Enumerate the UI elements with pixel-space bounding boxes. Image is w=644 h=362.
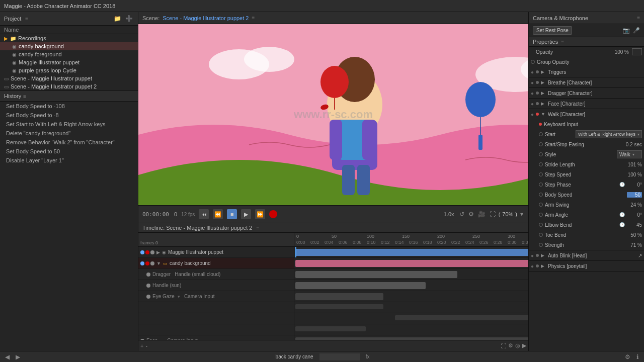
dragger-eye-icon[interactable]: ●: [531, 90, 534, 96]
track-candy-bg[interactable]: [294, 258, 528, 269]
bottom-next-btn[interactable]: ▶: [15, 352, 21, 361]
start-stop-easing-radio[interactable]: [539, 142, 543, 146]
history-item-6[interactable]: Set Body Speed to 50: [0, 147, 138, 156]
dragger-row[interactable]: ● ▶ Dragger [Character]: [529, 88, 644, 98]
history-item-7[interactable]: Disable Layer "Layer 1": [0, 156, 138, 165]
triggers-expand[interactable]: ▶: [541, 69, 546, 74]
expand-arrow[interactable]: ▼: [156, 261, 161, 266]
strength-radio[interactable]: [539, 243, 543, 247]
track-label-eye-gaze[interactable]: Eye Gaze ▾ Camera Input: [138, 291, 294, 302]
properties-menu-icon[interactable]: ≡: [561, 39, 564, 45]
timeline-tracks[interactable]: 0 50 100 150 200 250 300 350 400 0:00: [294, 233, 528, 340]
track-label-candy-bg[interactable]: ▼ ▭ candy background: [138, 258, 294, 269]
bottom-info-btn[interactable]: ℹ: [635, 352, 640, 361]
start-radio[interactable]: [539, 132, 543, 136]
history-item-4[interactable]: Delete "candy foreground": [0, 129, 138, 138]
physics-eye-icon[interactable]: ●: [531, 263, 534, 269]
stride-length-radio[interactable]: [539, 162, 543, 166]
history-item-2[interactable]: Set Body Speed to -8: [0, 111, 138, 120]
arm-angle-radio[interactable]: [539, 213, 543, 217]
physics-row[interactable]: ● ▶ Physics [ponytail]: [529, 261, 644, 271]
track-label-maggie[interactable]: ▶ ◉ Maggie Illustrator puppet: [138, 247, 294, 258]
physics-expand[interactable]: ▶: [541, 263, 546, 268]
arm-angle-clock-icon[interactable]: 🕐: [619, 212, 625, 217]
add-folder-btn[interactable]: 📁: [113, 14, 122, 23]
tl-remove-btn[interactable]: -: [145, 343, 147, 349]
style-radio[interactable]: [539, 152, 543, 156]
play-btn[interactable]: ▶: [241, 209, 251, 219]
bottom-prev-btn[interactable]: ◀: [4, 352, 11, 361]
track-label-face[interactable]: Face ▾ Camera Input: [138, 335, 294, 340]
visibility-dot[interactable]: [146, 295, 150, 299]
track-label-dragger-small[interactable]: Dragger Handle (small cloud): [138, 269, 294, 280]
history-item-1[interactable]: Set Body Speed to -108: [0, 102, 138, 111]
face-expand[interactable]: ▶: [541, 101, 546, 106]
walk-row[interactable]: ● ▼ Walk [Character]: [529, 109, 644, 119]
style-dropdown[interactable]: Walk ▾: [617, 150, 642, 158]
tl-settings-btn[interactable]: ⚙: [508, 342, 513, 349]
eye-gaze-expand[interactable]: ▾: [178, 294, 180, 299]
add-item-btn[interactable]: ➕: [124, 14, 134, 23]
tl-scroll-btn[interactable]: ◎: [515, 342, 520, 349]
scene-name[interactable]: Scene - Maggie Illustrator puppet 2: [163, 15, 249, 21]
elbow-bend-clock-icon[interactable]: 🕐: [619, 222, 625, 227]
fullscreen-btn[interactable]: ⛶: [489, 210, 497, 219]
auto-blink-eye-icon[interactable]: ●: [531, 253, 534, 258]
record-btn[interactable]: [269, 210, 277, 218]
visibility-dot[interactable]: [146, 284, 150, 288]
microphone-icon[interactable]: 🎤: [633, 27, 640, 34]
triggers-eye-icon[interactable]: ●: [531, 69, 534, 75]
tree-maggie-puppet[interactable]: ◉ Maggie Illustrator puppet: [0, 58, 138, 66]
tree-scene2[interactable]: ▭ Scene - Maggie Illustrator puppet 2: [0, 82, 138, 90]
camera-btn[interactable]: 🎥: [477, 210, 487, 219]
tree-candy-bg[interactable]: ◉ candy background: [0, 42, 138, 50]
step-back-btn[interactable]: ⏪: [213, 209, 223, 219]
tl-expand-btn[interactable]: ⛶: [501, 343, 506, 349]
set-rest-pose-btn[interactable]: Set Rest Pose: [533, 26, 572, 35]
bottom-settings-btn[interactable]: ⚙: [624, 352, 631, 361]
tree-scene1[interactable]: ▭ Scene - Maggie Illustrator puppet: [0, 74, 138, 82]
elbow-bend-radio[interactable]: [539, 223, 543, 227]
track-dragger-small[interactable]: [294, 269, 528, 280]
visibility-dot[interactable]: [140, 261, 144, 265]
breathe-eye-icon[interactable]: ●: [531, 80, 534, 85]
step-phase-clock-icon[interactable]: 🕐: [619, 182, 625, 187]
project-menu-icon[interactable]: ≡: [25, 16, 28, 22]
history-menu[interactable]: ≡: [23, 94, 26, 99]
record-dot[interactable]: [145, 250, 149, 254]
step-forward-btn[interactable]: ⏩: [255, 209, 265, 219]
solo-dot[interactable]: [150, 261, 154, 265]
record-dot[interactable]: [145, 261, 149, 265]
scene-menu-icon[interactable]: ≡: [252, 15, 255, 21]
expand-arrow[interactable]: ▶: [156, 250, 160, 255]
tree-purple-grass[interactable]: ◉ purple grass loop Cycle: [0, 66, 138, 74]
tl-add-btn[interactable]: +: [140, 343, 143, 349]
camera-menu-icon[interactable]: ≡: [637, 15, 640, 21]
track-face[interactable]: [294, 335, 528, 340]
auto-blink-expand[interactable]: ▶: [541, 253, 546, 258]
camera-icon[interactable]: 📷: [623, 27, 630, 34]
timeline-menu-icon[interactable]: ≡: [256, 225, 259, 231]
walk-eye-icon[interactable]: ●: [531, 112, 534, 117]
track-handle-sun[interactable]: [294, 280, 528, 291]
track-maggie[interactable]: [294, 247, 528, 258]
history-item-3[interactable]: Set Start to With Left & Right Arrow key…: [0, 120, 138, 129]
breathe-expand[interactable]: ▶: [541, 80, 546, 85]
body-speed-radio[interactable]: [539, 193, 543, 197]
track-label-dragger-sun[interactable]: Handle (sun): [138, 280, 294, 291]
tl-right-btn[interactable]: ▶: [522, 342, 526, 349]
stop-btn[interactable]: ■: [227, 209, 237, 219]
dragger-expand[interactable]: ▶: [541, 90, 546, 96]
face-row[interactable]: ● ▶ Face [Character]: [529, 99, 644, 109]
walk-expand[interactable]: ▼: [541, 112, 546, 117]
tree-candy-fg[interactable]: ◉ candy foreground: [0, 50, 138, 58]
triggers-row[interactable]: ● ▶ Triggers: [529, 67, 644, 77]
tree-recordings[interactable]: ▶ 📁 Recordings: [0, 34, 138, 42]
history-item-5[interactable]: Remove Behavior "Walk 2" from "Character…: [0, 138, 138, 147]
step-speed-radio[interactable]: [539, 172, 543, 176]
loop-btn[interactable]: ↺: [458, 210, 465, 219]
step-phase-radio[interactable]: [539, 183, 543, 187]
settings-btn[interactable]: ⚙: [467, 210, 475, 219]
breathe-row[interactable]: ● ▶ Breathe [Character]: [529, 77, 644, 87]
body-speed-value[interactable]: 50: [627, 192, 642, 198]
